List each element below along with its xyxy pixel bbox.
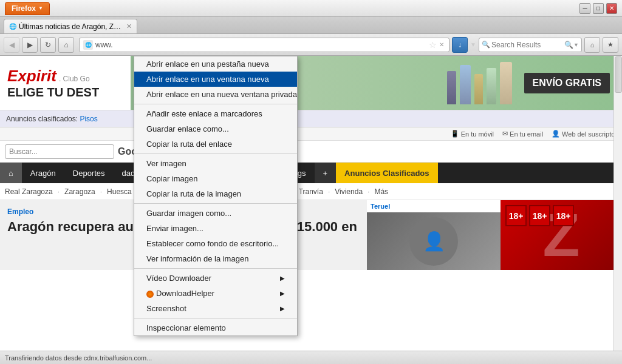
download-button[interactable]: ↓ [452, 37, 468, 53]
vertical-scrollbar[interactable] [613, 56, 622, 351]
context-menu-item-label: Ver información de la imagen [146, 254, 248, 263]
address-clear-icon[interactable]: ✕ [439, 41, 444, 48]
status-text: Transfiriendo datos desde cdnx.tribalfus… [5, 354, 152, 362]
context-menu-item-label: Copiar la ruta del enlace [146, 140, 232, 149]
context-menu-item-open-private[interactable]: Abrir enlace en una nueva ventana privad… [134, 87, 297, 102]
nav-plus[interactable]: + [315, 163, 337, 183]
context-menu-separator [134, 268, 297, 269]
context-menu-separator [134, 203, 297, 204]
submenu-arrow-icon: ▶ [280, 275, 285, 281]
context-menu-item-label: Añadir este enlace a marcadores [146, 109, 262, 118]
secondary-nav: Real Zaragoza · Zaragoza · Huesca · Teru… [0, 183, 622, 200]
sec-nav-mas[interactable]: Más [374, 187, 388, 196]
downloadhelper-icon [146, 291, 154, 298]
context-menu-item-label: Vídeo Downloader [146, 274, 211, 283]
bookmark-star-icon[interactable]: ☆ [429, 40, 437, 50]
tab-close-icon[interactable]: ✕ [126, 22, 132, 30]
context-menu-item-label: Guardar enlace como... [146, 124, 229, 133]
article-image-z: 18+ 18+ 18+ Z [501, 200, 622, 270]
reload-button[interactable]: ↻ [40, 37, 56, 53]
context-menu-item-open-window[interactable]: Abrir enlace en una ventana nueva [134, 72, 297, 87]
context-menu-item-label: Guardar imagen como... [146, 209, 231, 218]
context-menu-item-save-image[interactable]: Guardar imagen como... [134, 206, 297, 221]
maximize-button[interactable]: □ [593, 3, 604, 14]
context-menu-separator [134, 104, 297, 104]
tab-bar: 🌐 Últimas noticias de Aragón, Zaragoza ✕ [0, 17, 622, 34]
subscriber-label[interactable]: 👤 Web del suscriptor [552, 130, 617, 138]
close-button[interactable]: ✕ [606, 3, 617, 14]
context-menu-item-label: Establecer como fondo de escritorio... [146, 239, 279, 248]
sec-nav-realzaragoza[interactable]: Real Zaragoza [5, 187, 53, 196]
context-menu-item-dl-helper[interactable]: DownloadHelper▶ [134, 286, 297, 301]
context-menu-item-screenshot[interactable]: Screenshot▶ [134, 301, 297, 316]
submenu-arrow-icon: ▶ [280, 290, 285, 297]
nav-deportes[interactable]: Deportes [64, 163, 114, 183]
context-menu-item-label: Abrir enlace en una ventana nueva [146, 75, 269, 84]
back-button[interactable]: ◀ [4, 37, 19, 53]
minimize-button[interactable]: ─ [579, 3, 590, 14]
context-menu-item-inspect[interactable]: Inspeccionar elemento [134, 320, 297, 335]
sec-nav-zaragoza[interactable]: Zaragoza [64, 187, 95, 196]
context-menu-item-label: Copiar la ruta de la imagen [146, 189, 241, 198]
nav-home-button[interactable]: ⌂ [0, 163, 22, 183]
ad-envio-gratis: ENVÍO GRATIS [533, 78, 602, 88]
article-image-teruel: Teruel 👤 [367, 200, 501, 270]
scrollbar-thumb[interactable] [615, 56, 622, 93]
context-menu-item-label: Enviar imagen... [146, 224, 203, 233]
heraldo-search-input[interactable] [5, 144, 114, 159]
website: Expirit . Club Go ELIGE TU DEST AS COPAS… [0, 56, 622, 351]
firefox-logo: Firefox [5, 2, 50, 15]
context-menu-item-copy-url[interactable]: Copiar la ruta del enlace [134, 136, 297, 152]
context-menu-item-send-image[interactable]: Enviar imagen... [134, 221, 297, 236]
context-menu-item-save-link[interactable]: Guardar enlace como... [134, 121, 297, 136]
mobile-label[interactable]: 📱 En tu móvil [451, 130, 494, 138]
context-menu-item-copy-image[interactable]: Copiar imagen [134, 171, 297, 186]
search-input[interactable] [491, 41, 564, 49]
context-menu-item-label: Inspeccionar elemento [146, 323, 226, 332]
status-bar: Transfiriendo datos desde cdnx.tribalfus… [0, 351, 622, 364]
download-arrow-icon[interactable]: ▼ [470, 41, 476, 48]
window-controls: ─ □ ✕ [579, 3, 617, 14]
sec-nav-vivienda[interactable]: Vivienda [335, 187, 363, 196]
context-menu: Abrir enlace en una pestaña nuevaAbrir e… [134, 56, 298, 336]
address-bar[interactable]: 🌐 www. ☆ ✕ [79, 38, 449, 52]
tab-favicon: 🌐 [9, 23, 16, 30]
forward-button[interactable]: ▶ [22, 37, 38, 53]
context-menu-item-view-image[interactable]: Ver imagen [134, 156, 297, 171]
context-menu-item-bookmark-link[interactable]: Añadir este enlace a marcadores [134, 106, 297, 121]
context-menu-item-copy-image-url[interactable]: Copiar la ruta de la imagen [134, 186, 297, 201]
search-arrow-icon[interactable]: ▼ [573, 42, 579, 48]
ads-bar: Anuncios clasificados: Pisos [0, 110, 622, 127]
home-button[interactable]: ⌂ [58, 37, 74, 53]
site-nav-menu: ⌂ Aragón Deportes dad Comunicación Cultu… [0, 163, 622, 183]
search-submit-button[interactable]: 🔍 [564, 41, 573, 49]
context-menu-item-label: Abrir enlace en una nueva ventana privad… [146, 90, 297, 99]
nav-classified[interactable]: Anuncios Clasificados [336, 163, 437, 183]
home-nav-button[interactable]: ⌂ [584, 37, 600, 53]
context-menu-item-label: Screenshot [146, 304, 186, 313]
context-menu-item-set-wallpaper[interactable]: Establecer como fondo de escritorio... [134, 236, 297, 251]
tab-label: Últimas noticias de Aragón, Zaragoza [19, 22, 123, 31]
sec-nav-tranvia[interactable]: Tranvía [299, 187, 323, 196]
bookmarks-button[interactable]: ★ [603, 37, 618, 53]
firefox-menu-button[interactable]: Firefox [5, 2, 50, 15]
site-logo: Expirit [7, 67, 56, 86]
context-menu-item-image-info[interactable]: Ver información de la imagen [134, 251, 297, 266]
search-engine-icon: 🔍 [482, 41, 490, 49]
sec-nav-huesca[interactable]: Huesca [107, 187, 132, 196]
context-menu-item-open-tab[interactable]: Abrir enlace en una pestaña nueva [134, 56, 297, 72]
page-content: Expirit . Club Go ELIGE TU DEST AS COPAS… [0, 56, 622, 351]
context-menu-item-label: Copiar imagen [146, 174, 198, 183]
site-tagline: ELIGE TU DEST [7, 86, 123, 99]
context-menu-item-label: DownloadHelper [146, 289, 214, 298]
context-menu-item-video-dl[interactable]: Vídeo Downloader▶ [134, 271, 297, 286]
nav-aragon[interactable]: Aragón [22, 163, 64, 183]
active-tab[interactable]: 🌐 Últimas noticias de Aragón, Zaragoza ✕ [4, 19, 137, 33]
ads-pisos-link[interactable]: Pisos [80, 115, 97, 123]
email-label[interactable]: ✉ En tu email [502, 130, 543, 138]
browser-toolbar: ◀ ▶ ↻ ⌂ 🌐 www. ☆ ✕ ↓ ▼ 🔍 🔍 ▼ ⌂ ★ [0, 34, 622, 56]
context-menu-item-label: Abrir enlace en una pestaña nueva [146, 59, 269, 69]
ads-label: Anuncios clasificados: [6, 115, 78, 123]
search-box[interactable]: 🔍 🔍 ▼ [479, 38, 582, 52]
submenu-arrow-icon: ▶ [280, 305, 285, 312]
